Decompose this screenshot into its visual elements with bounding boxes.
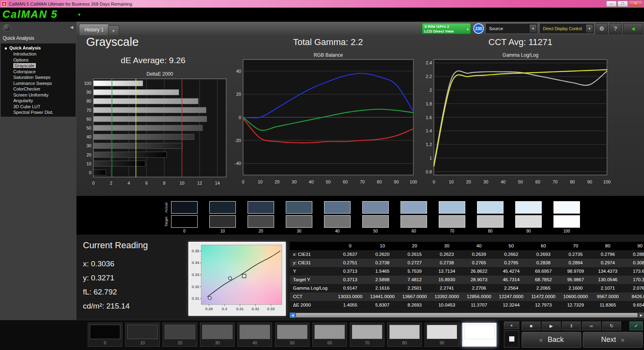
table-cell: 0.2623 (431, 250, 463, 259)
next-button[interactable]: Next » (583, 332, 643, 348)
source-select[interactable]: Source ▼ (485, 23, 538, 34)
calman-logo: CalMAN 5 (2, 8, 58, 21)
accept-button[interactable]: ✓ (630, 321, 643, 330)
table-cell: 15.8930 (431, 276, 463, 284)
target-swatch-40 (324, 215, 351, 228)
restore-button[interactable]: □ (617, 1, 628, 7)
add-tab-button[interactable]: + (108, 25, 119, 35)
stop-button[interactable]: ■ (522, 321, 541, 330)
sidebar-item-spectral-power-dist[interactable]: Spectral Power Dist. (1, 109, 76, 115)
level-patch-50[interactable]: 50 (275, 323, 310, 347)
pause-button[interactable]: ‖ (562, 321, 581, 330)
level-patch-80[interactable]: 80 (387, 323, 422, 347)
back-button[interactable]: « Back (522, 332, 581, 348)
reading-line: x: 0.3036 (83, 259, 114, 268)
settings-button[interactable]: ⚙ (596, 23, 608, 34)
table-row: Gamma Log/Log0.91472.16162.25012.27412.2… (290, 284, 644, 292)
scroll-right-button[interactable]: ▶ (638, 313, 644, 318)
svg-text:0: 0 (433, 179, 435, 184)
table-cell: 0.2765 (463, 259, 495, 267)
level-patch-60[interactable]: 60 (312, 323, 347, 347)
table-row: ΔE 20001.40555.83078.269310.045311.37071… (290, 301, 644, 309)
table-cell: 0.2796 (592, 250, 624, 259)
close-button[interactable]: × (629, 1, 642, 7)
sidebar-item-colorspace[interactable]: Colorspace (1, 69, 76, 75)
sidebar-item-grayscale[interactable]: Grayscale (1, 63, 76, 69)
sidebar-item-options[interactable]: Options (1, 57, 76, 63)
table-cell: 0.2693 (527, 250, 559, 259)
level-patch-90[interactable]: 90 (425, 323, 459, 347)
table-cell: 11472.0000 (527, 292, 559, 301)
actual-swatch-90 (515, 201, 542, 214)
svg-text:20: 20 (87, 152, 91, 157)
svg-text:0.8: 0.8 (426, 169, 432, 174)
table-cell: 0.2894 (559, 259, 592, 267)
expand-button[interactable]: ▲ (504, 321, 519, 329)
svg-text:0.31: 0.31 (236, 307, 244, 311)
patch-label: 40 (238, 340, 272, 345)
level-patch-0[interactable]: 0 (88, 323, 122, 347)
level-patch-30[interactable]: 30 (200, 323, 235, 347)
sidebar-item-screen-uniformity[interactable]: Screen Uniformity (1, 92, 76, 98)
patch-swatch (427, 325, 457, 339)
table-cell: 2.1071 (592, 284, 624, 292)
table-row: x: CIE310.26370.26200.26150.26230.26390.… (290, 250, 644, 259)
sidebar-item-introduction[interactable]: Introduction (1, 51, 76, 57)
patch-swatch (389, 325, 420, 339)
level-patch-70[interactable]: 70 (350, 323, 384, 347)
table-cell: 0.9147 (334, 284, 366, 292)
gamma-chart: Gamma Log/Log0.811.21.41.61.822.22.40102… (421, 52, 612, 187)
continuous-button[interactable]: ∞ (582, 321, 601, 330)
table-cell: 13392.0000 (431, 292, 463, 301)
actual-swatch-30 (286, 201, 312, 214)
sidebar-item-luminance-sweeps[interactable]: Luminance Sweeps (1, 80, 76, 86)
minimize-button[interactable]: – (606, 1, 617, 7)
actual-swatch-60 (400, 201, 427, 214)
level-patch-100[interactable]: 100 (462, 323, 497, 347)
loop-button[interactable]: ↻ (602, 321, 621, 330)
stop-measure-button[interactable] (504, 330, 519, 348)
collapse-panel-button[interactable]: ◀ (623, 23, 643, 34)
display-control-label: Direct Display Control (543, 27, 582, 31)
de-average-label: dE Average: 9.26 (121, 56, 186, 65)
history-tab[interactable]: History 1 (79, 24, 109, 35)
scroll-thumb[interactable] (296, 313, 638, 317)
table-cell: 2.1616 (366, 284, 398, 292)
table-row-label: CCT (290, 292, 334, 301)
svg-text:12: 12 (197, 181, 202, 185)
sidebar-collapse-icon[interactable]: ◀ (70, 25, 73, 29)
level-patch-40[interactable]: 40 (237, 323, 272, 347)
help-button[interactable]: ? (609, 23, 621, 34)
level-patch-10[interactable]: 10 (125, 323, 160, 347)
page-title: Grayscale (86, 35, 139, 49)
meter-select-button[interactable]: X-Rite i1Pro 2 LCD Direct View ▼ (422, 23, 471, 34)
patch-swatch (314, 325, 345, 339)
table-column-header: 10 (366, 242, 398, 250)
sidebar-item-3d-cube-lut[interactable]: 3D Cube LUT (1, 104, 76, 110)
play-button[interactable]: ▶ (542, 321, 561, 330)
svg-text:80: 80 (87, 99, 91, 103)
table-cell: 7.4812 (398, 276, 431, 284)
table-hscrollbar[interactable]: ◀ ▶ (290, 313, 644, 318)
sidebar-root-quick-analysis[interactable]: Quick Analysis (1, 45, 76, 51)
sidebar-item-saturation-sweeps[interactable]: Saturation Sweeps (1, 74, 76, 80)
table-column-header: 40 (463, 242, 495, 250)
table-cell: 0.2838 (527, 259, 559, 267)
table-cell: 11.8365 (592, 301, 624, 309)
swatch-level-label: 0 (171, 229, 198, 233)
sidebar-item-angularity[interactable]: Angularity (1, 98, 76, 104)
svg-text:0: 0 (239, 115, 241, 120)
sidebar-options-button[interactable] (3, 24, 11, 32)
tree-expand-icon[interactable] (5, 47, 7, 49)
results-table: 0102030405060708090x: CIE310.26370.26200… (290, 242, 644, 311)
level-patch-20[interactable]: 20 (163, 323, 197, 347)
actual-swatch-70 (439, 201, 465, 214)
display-control-select[interactable]: Direct Display Control ▼ (539, 23, 594, 34)
svg-text:50: 50 (87, 126, 91, 130)
table-column-header: 30 (431, 242, 463, 250)
cct-avg-label: CCT Avg: 11271 (470, 37, 571, 47)
scroll-left-button[interactable]: ◀ (290, 313, 295, 318)
logo-dropdown-icon[interactable]: ▼ (77, 12, 81, 17)
svg-text:0.33: 0.33 (267, 307, 275, 311)
sidebar-item-colorchecker[interactable]: ColorChecker (1, 86, 76, 92)
